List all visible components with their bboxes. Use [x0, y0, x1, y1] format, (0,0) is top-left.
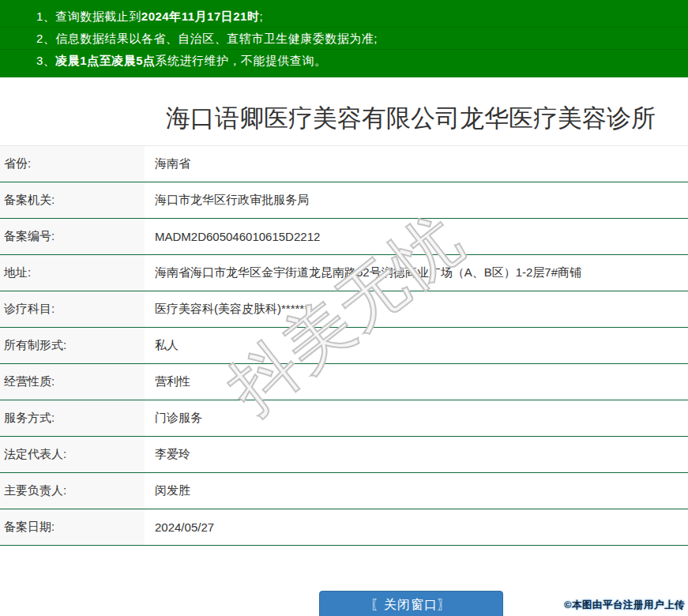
record-info-table: 省份: 海南省 备案机关: 海口市龙华区行政审批服务局 备案编号: MADM2D… [0, 145, 688, 546]
table-row-province: 省份: 海南省 [0, 146, 688, 182]
row-value: 门诊服务 [145, 400, 202, 436]
row-value: 海南省 [145, 146, 190, 182]
row-label: 主要负责人: [0, 473, 145, 509]
row-value: MADM2D605046010615D2212 [145, 219, 320, 254]
page-title: 海口语卿医疗美容有限公司龙华医疗美容诊所 [0, 101, 688, 136]
close-window-button[interactable]: 〖关闭窗口〗 [319, 591, 503, 616]
table-row-legal-representative: 法定代表人: 李爱玲 [0, 437, 688, 473]
uploader-note: ©本图由平台注册用户上传 [564, 599, 685, 612]
table-row-filing-authority: 备案机关: 海口市龙华区行政审批服务局 [0, 182, 688, 219]
notice-number: 3、 [36, 54, 55, 67]
table-row-medical-subjects: 诊疗科目: 医疗美容科(美容皮肤科)****** [0, 291, 688, 328]
notice-text: 信息数据结果以各省、自治区、直辖市卫生健康委数据为准; [55, 32, 378, 45]
row-label: 备案编号: [0, 219, 145, 254]
row-value: 营利性 [145, 364, 190, 400]
notice-text: ; [259, 9, 263, 23]
notice-line-1: 1、查询数据截止到2024年11月17日21时; [0, 6, 688, 27]
table-row-service-mode: 服务方式: 门诊服务 [0, 400, 688, 437]
page-container: 1、查询数据截止到2024年11月17日21时; 2、信息数据结果以各省、自治区… [0, 0, 688, 616]
row-label: 地址: [0, 255, 145, 291]
notice-line-3: 3、凌晨1点至凌晨5点系统进行维护，不能提供查询。 [0, 49, 688, 71]
notice-banner: 1、查询数据截止到2024年11月17日21时; 2、信息数据结果以各省、自治区… [0, 0, 688, 77]
table-row-filing-date: 备案日期: 2024/05/27 [0, 509, 688, 546]
table-row-address: 地址: 海南省海口市龙华区金宇街道龙昆南路52号润德商业广场（A、B区）1-2层… [0, 255, 688, 291]
notice-bold-text: 凌晨1点至凌晨5点 [55, 54, 155, 67]
notice-number: 2、 [36, 32, 55, 45]
notice-bold-text: 2024年11月17日21时 [141, 9, 260, 23]
table-row-person-in-charge: 主要负责人: 闵发胜 [0, 473, 688, 509]
notice-number: 1、 [36, 9, 55, 23]
row-label: 法定代表人: [0, 437, 145, 472]
row-value: 私人 [145, 328, 179, 363]
row-value: 闵发胜 [145, 473, 190, 509]
notice-text: 系统进行维护，不能提供查询。 [156, 54, 327, 67]
row-label: 经营性质: [0, 364, 145, 400]
row-value: 李爱玲 [145, 437, 190, 472]
row-label: 备案机关: [0, 182, 145, 218]
notice-line-2: 2、信息数据结果以各省、自治区、直辖市卫生健康委数据为准; [0, 27, 688, 49]
row-label: 省份: [0, 146, 145, 182]
row-value: 海南省海口市龙华区金宇街道龙昆南路52号润德商业广场（A、B区）1-2层7#商铺 [145, 255, 581, 291]
table-row-business-nature: 经营性质: 营利性 [0, 364, 688, 400]
row-label: 诊疗科目: [0, 291, 145, 327]
row-label: 服务方式: [0, 400, 145, 436]
table-row-filing-number: 备案编号: MADM2D605046010615D2212 [0, 219, 688, 255]
row-value: 海口市龙华区行政审批服务局 [145, 182, 309, 218]
row-value: 2024/05/27 [145, 509, 214, 545]
table-row-ownership-form: 所有制形式: 私人 [0, 328, 688, 364]
row-value: 医疗美容科(美容皮肤科)****** [145, 291, 309, 327]
row-label: 所有制形式: [0, 328, 145, 363]
row-label: 备案日期: [0, 509, 145, 545]
notice-text: 查询数据截止到 [55, 9, 141, 23]
